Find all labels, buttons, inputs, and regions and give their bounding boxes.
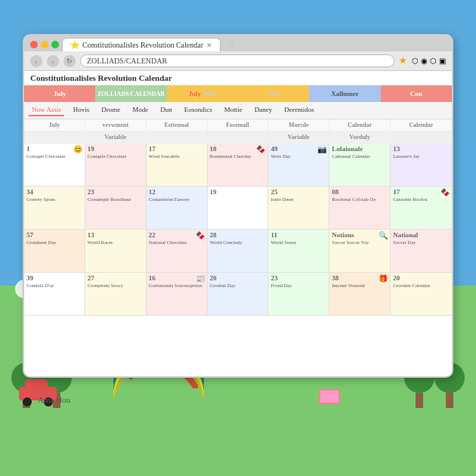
refresh-button[interactable]: ↻ (63, 55, 76, 67)
strip-xallmner: Xallmner (309, 85, 380, 102)
table-row[interactable]: 11 World Sooey (268, 230, 329, 273)
browser-body: Constitutionalisles Revolution Calendar … (24, 71, 452, 359)
strip-zolliads: ZOLLIADS/CALENDAR (95, 85, 166, 102)
nav-eosondics[interactable]: Eosondics (181, 104, 215, 116)
nav-drome[interactable]: Drome (98, 104, 123, 116)
day-header-1: vevwment (85, 119, 147, 131)
table-row[interactable]: 18 Rontinental Chocday 🍫 (208, 144, 269, 187)
browser-window: ⭐ Constitutionalisles Revolution Calenda… (23, 34, 453, 378)
table-row[interactable]: 20 Groodste Calondar (391, 273, 452, 316)
table-row[interactable]: Lofaionale Caltonnal Calendar (329, 144, 391, 187)
sub-headers: Variable Variable Vorduly (24, 131, 452, 144)
page-title: Constitutionalisles Revolution Calendar (24, 71, 452, 85)
table-row[interactable]: 49 Wolo Day 📷 (268, 144, 329, 187)
sub-header-0 (24, 131, 85, 143)
table-row[interactable]: 22 National Chocolate 🍫 (147, 230, 208, 273)
ext-icon-3[interactable]: ⬡ (430, 57, 437, 65)
day-header-4: Morcde (268, 119, 329, 131)
table-row[interactable]: 27 Gronprents Soocy (85, 273, 147, 316)
day-header-0: July (24, 119, 85, 131)
table-row[interactable]: 19 Contaple Chocolate (85, 144, 147, 187)
table-row[interactable]: 20 Groshsh Day (208, 273, 269, 316)
strip-con: Con (381, 85, 452, 102)
bookmark-star[interactable]: ★ (399, 55, 407, 66)
forward-button[interactable]: › (47, 55, 59, 67)
sub-header-2 (147, 131, 208, 143)
tab-close-button[interactable]: ✕ (206, 42, 212, 49)
strip-month-year: July 2024 (167, 85, 238, 102)
tab-title: Constitutionalisles Revolution Calendar (82, 41, 203, 49)
tab-favicon: ⭐ (70, 41, 79, 49)
strip-july: July (24, 85, 95, 102)
nav-mode[interactable]: Mode (129, 104, 151, 116)
day-header-5: Calendar (329, 119, 391, 131)
table-row[interactable]: 13 Latoster's Jay (391, 144, 452, 187)
ext-icon-2[interactable]: ◉ (421, 57, 428, 65)
day-headers: July vevwment Esttenual Fosemall Morcde … (24, 119, 452, 131)
calendar-content: July vevwment Esttenual Fosemall Morcde … (24, 119, 452, 359)
sub-header-5: Vorduly (329, 131, 391, 143)
sub-header-3 (208, 131, 269, 143)
back-button[interactable]: ‹ (30, 55, 42, 67)
nav-daney[interactable]: Daney (252, 104, 276, 116)
nav-now-assis[interactable]: Now Assis (29, 104, 64, 116)
color-strip: July ZOLLIADS/CALENDAR July 2024 2024 Xa… (24, 85, 452, 102)
day-header-3: Fosemall (208, 119, 269, 131)
footer-label: Ama Hou (38, 395, 70, 404)
table-row[interactable]: 25 lottre Desel (268, 187, 329, 230)
table-row[interactable]: 12 Contamloint Earsory (147, 187, 208, 230)
table-row[interactable]: 23 Contample Rosolituur (85, 187, 147, 230)
table-row[interactable]: 39 Gondolo D'ay (24, 273, 85, 316)
nav-hovis[interactable]: Hovis (70, 104, 93, 116)
sub-header-6 (391, 131, 452, 143)
day-header-2: Esttenual (147, 119, 208, 131)
table-row[interactable]: 19 (208, 187, 269, 230)
close-dot[interactable] (30, 41, 38, 48)
nav-mottie[interactable]: Mottie (221, 104, 246, 116)
table-row[interactable]: 16 Gortimonals Sosrosoprotos 📰 (147, 273, 208, 316)
envelope (319, 389, 340, 404)
table-row[interactable]: 13 World Races (85, 230, 147, 273)
table-row[interactable]: Notions Soccer Soccer Voy 🔍 (329, 230, 391, 273)
sub-header-1: Variable (85, 131, 147, 143)
table-row[interactable]: 17 Cansoble Roclosi 🍫 (391, 187, 452, 230)
table-row[interactable]: National Soccer Day (391, 230, 452, 273)
browser-dots (30, 41, 59, 48)
new-tab-button[interactable] (227, 41, 234, 48)
calendar-grid: 1 Contaple Chocolate 😊 19 Contaple Choco… (24, 144, 452, 359)
strip-year-gray: 2024 (238, 85, 309, 102)
active-tab[interactable]: ⭐ Constitutionalisles Revolution Calenda… (62, 38, 221, 51)
nav-deermidos[interactable]: Deermidos (281, 104, 317, 116)
table-row[interactable]: 1 Contaple Chocolate 😊 (24, 144, 85, 187)
address-input[interactable]: ZOLLIADS/CALENDAR (80, 54, 394, 67)
table-row[interactable]: 23 Frond Day (268, 273, 329, 316)
table-row[interactable]: 17 Wrod Soscabile (147, 144, 208, 187)
tab-bar: ⭐ Constitutionalisles Revolution Calenda… (24, 36, 452, 51)
table-row[interactable]: 34 Conrety Spoes (24, 187, 85, 230)
address-bar-row: ‹ › ↻ ZOLLIADS/CALENDAR ★ ⬡ ◉ ⬡ ▣ (24, 51, 452, 71)
nav-dun[interactable]: Dun (157, 104, 175, 116)
table-row[interactable]: 57 Grondsent Day (24, 230, 85, 273)
page-nav: Now Assis Hovis Drome Mode Dun Eosondics… (24, 102, 452, 119)
table-row[interactable]: 28 World Conclody (208, 230, 269, 273)
ext-icon-4[interactable]: ▣ (439, 57, 446, 65)
sub-header-4: Variable (268, 131, 329, 143)
day-header-6: Calendar (391, 119, 452, 131)
extension-icons: ⬡ ◉ ⬡ ▣ (412, 57, 446, 65)
ext-icon-1[interactable]: ⬡ (412, 57, 419, 65)
maximize-dot[interactable] (51, 41, 59, 48)
table-row[interactable]: 38 Imyster Vooestal 🎁 (329, 273, 391, 316)
minimize-dot[interactable] (41, 41, 48, 48)
table-row[interactable]: 08 Roctional Cofctale Dy (329, 187, 391, 230)
